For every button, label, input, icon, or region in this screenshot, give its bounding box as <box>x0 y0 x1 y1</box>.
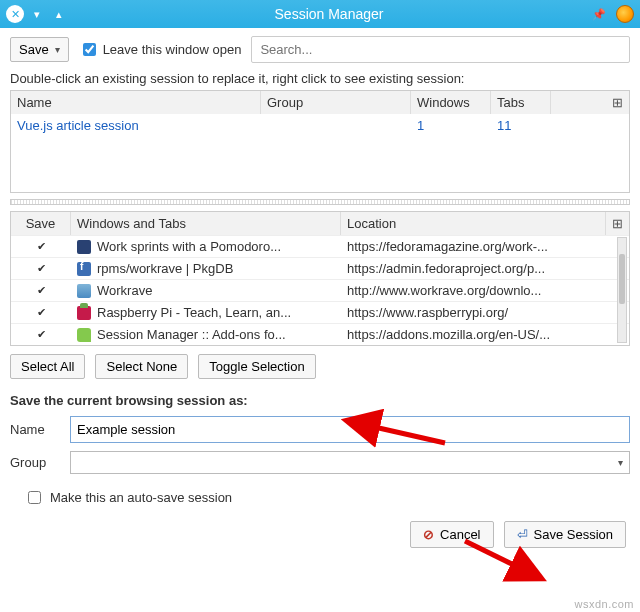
checkmark-icon[interactable]: ✔ <box>17 262 65 275</box>
col-windows-tabs[interactable]: Windows and Tabs <box>71 212 341 235</box>
raspberrypi-favicon <box>77 306 91 320</box>
cancel-button[interactable]: ⊘ Cancel <box>410 521 493 548</box>
selection-buttons: Select All Select None Toggle Selection <box>0 346 640 387</box>
save-dropdown-button[interactable]: Save ▾ <box>10 37 69 62</box>
col-save[interactable]: Save <box>11 212 71 235</box>
leave-window-open-toggle[interactable]: Leave this window open <box>79 40 242 59</box>
watermark: wsxdn.com <box>574 598 634 610</box>
addons-mozilla-favicon <box>77 328 91 342</box>
pin-icon[interactable]: 📌 <box>590 5 608 23</box>
column-picker-icon[interactable]: ⊞ <box>606 212 629 235</box>
select-all-button[interactable]: Select All <box>10 354 85 379</box>
checkmark-icon[interactable]: ✔ <box>17 240 65 253</box>
autosave-label: Make this an auto-save session <box>50 490 232 505</box>
dialog-footer: ⊘ Cancel ⏎ Save Session <box>0 511 640 562</box>
save-icon: ⏎ <box>517 527 528 542</box>
checkmark-icon[interactable]: ✔ <box>17 328 65 341</box>
group-row: Group ▾ <box>0 447 640 478</box>
name-row: Name <box>0 412 640 447</box>
tab-title: rpms/workrave | PkgDB <box>97 261 233 276</box>
save-section-heading: Save the current browsing session as: <box>0 387 640 412</box>
firefox-icon <box>616 5 634 23</box>
tab-row[interactable]: ✔Workravehttp://www.workrave.org/downlo.… <box>11 279 629 301</box>
col-location[interactable]: Location <box>341 212 606 235</box>
column-picker-icon[interactable]: ⊞ <box>551 91 629 114</box>
scrollbar-thumb[interactable] <box>619 254 625 304</box>
close-icon[interactable]: ✕ <box>6 5 24 23</box>
col-group[interactable]: Group <box>261 91 411 114</box>
tab-row[interactable]: ✔Session Manager :: Add-ons fo...https:/… <box>11 323 629 345</box>
tab-title: Raspberry Pi - Teach, Learn, an... <box>97 305 291 320</box>
chevron-down-icon: ▾ <box>55 44 60 55</box>
tab-title: Session Manager :: Add-ons fo... <box>97 327 286 342</box>
fedoramagazine-favicon <box>77 240 91 254</box>
save-dropdown-label: Save <box>19 42 49 57</box>
leave-window-open-checkbox[interactable] <box>83 43 96 56</box>
session-windows[interactable]: 1 <box>417 118 424 133</box>
chevron-down-icon[interactable]: ▾ <box>28 5 46 23</box>
tab-row[interactable]: ✔Work sprints with a Pomodoro...https://… <box>11 235 629 257</box>
sessions-table: Name Group Windows Tabs ⊞ Vue.js article… <box>10 90 630 193</box>
select-none-button[interactable]: Select None <box>95 354 188 379</box>
col-name[interactable]: Name <box>11 91 261 114</box>
tab-url: https://admin.fedoraproject.org/p... <box>347 261 545 276</box>
instructions-text: Double-click an existing session to repl… <box>0 71 640 90</box>
checkmark-icon[interactable]: ✔ <box>17 284 65 297</box>
toggle-selection-button[interactable]: Toggle Selection <box>198 354 315 379</box>
group-label: Group <box>10 455 60 470</box>
tab-url: https://www.raspberrypi.org/ <box>347 305 508 320</box>
session-name[interactable]: Vue.js article session <box>17 118 139 133</box>
tab-url: http://www.workrave.org/downlo... <box>347 283 541 298</box>
save-session-label: Save Session <box>534 527 614 542</box>
session-tabs[interactable]: 11 <box>497 118 511 133</box>
cancel-icon: ⊘ <box>423 527 434 542</box>
tab-row[interactable]: ✔Raspberry Pi - Teach, Learn, an...https… <box>11 301 629 323</box>
tab-title: Workrave <box>97 283 152 298</box>
session-row[interactable]: Vue.js article session 1 11 <box>11 114 629 137</box>
chevron-down-icon: ▾ <box>618 457 623 468</box>
checkmark-icon[interactable]: ✔ <box>17 306 65 319</box>
tab-url: https://addons.mozilla.org/en-US/... <box>347 327 550 342</box>
scrollbar[interactable] <box>617 237 627 343</box>
autosave-checkbox[interactable] <box>28 491 41 504</box>
window-title: Session Manager <box>72 6 586 22</box>
tab-url: https://fedoramagazine.org/work-... <box>347 239 548 254</box>
search-input[interactable] <box>251 36 630 63</box>
save-session-button[interactable]: ⏎ Save Session <box>504 521 627 548</box>
col-tabs[interactable]: Tabs <box>491 91 551 114</box>
fedora-favicon <box>77 262 91 276</box>
toolbar: Save ▾ Leave this window open <box>0 28 640 71</box>
session-group <box>261 114 411 137</box>
cancel-label: Cancel <box>440 527 480 542</box>
tab-row[interactable]: ✔rpms/workrave | PkgDBhttps://admin.fedo… <box>11 257 629 279</box>
leave-window-open-label: Leave this window open <box>103 42 242 57</box>
tabs-table: Save Windows and Tabs Location ⊞ ✔Work s… <box>10 211 630 346</box>
sessions-table-header: Name Group Windows Tabs ⊞ <box>11 91 629 114</box>
name-label: Name <box>10 422 60 437</box>
splitter-handle[interactable] <box>10 199 630 205</box>
workrave-favicon <box>77 284 91 298</box>
tab-title: Work sprints with a Pomodoro... <box>97 239 281 254</box>
tabs-table-header: Save Windows and Tabs Location ⊞ <box>11 212 629 235</box>
titlebar: ✕ ▾ ▴ Session Manager 📌 <box>0 0 640 28</box>
session-name-input[interactable] <box>70 416 630 443</box>
autosave-toggle[interactable]: Make this an auto-save session <box>0 478 640 511</box>
col-windows[interactable]: Windows <box>411 91 491 114</box>
group-combobox[interactable]: ▾ <box>70 451 630 474</box>
chevron-up-icon[interactable]: ▴ <box>50 5 68 23</box>
